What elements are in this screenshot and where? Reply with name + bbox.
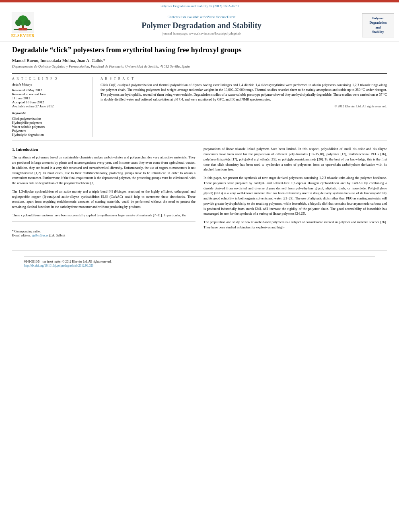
article-content: Degradable “click” polyesters from eryth… (0, 41, 399, 272)
elsevier-logo: ELSEVIER (5, 12, 41, 38)
keywords-label: Keywords: (12, 111, 88, 115)
email-person: (J.A. Galbis). (49, 234, 65, 237)
keyword-2: Hydrophilic polymers (12, 121, 88, 125)
article-history-group: Article history: Received 9 May 2012 Rec… (12, 83, 88, 108)
journal-ref-line: Polymer Degradation and Stability 97 (20… (0, 2, 399, 9)
email-label: E-mail address: (12, 234, 31, 237)
keyword-5: Hydrolytic degradation (12, 133, 88, 137)
email-link[interactable]: jgalbis@us.es (32, 234, 49, 237)
sciverse-link[interactable]: SciVerse ScienceDirect (204, 15, 236, 19)
abstract-text: Click Cu(I)-catalysed polymerization and… (101, 83, 387, 102)
intro-para-3: These cycloaddition reactions have been … (12, 213, 195, 218)
keyword-1: Click polymerization (12, 117, 88, 121)
available-date: Available online 27 June 2012 (12, 104, 88, 108)
journal-logo-right: PolymerDegradationandStability (362, 13, 394, 37)
doi-link: http://dx.doi.org/10.1016/j.polymdegrads… (24, 264, 375, 268)
body-left-col: 1. Introduction The synthesis of polymer… (12, 146, 195, 238)
right-para-1: preparations of linear triazole-linked p… (204, 146, 387, 172)
body-section: 1. Introduction The synthesis of polymer… (12, 146, 387, 238)
journal-title: Polymer Degradation and Stability (45, 21, 358, 30)
footnote-area: * Corresponding author. E-mail address: … (12, 221, 195, 238)
elsevier-tree-icon (11, 12, 35, 33)
article-title: Degradable “click” polyesters from eryth… (12, 45, 387, 55)
article-authors: Manuel Bueno, Inmaculada Molina, Juan A.… (12, 58, 387, 63)
intro-para-1: The synthesis of polymers based on susta… (12, 155, 195, 186)
intro-section-title: 1. Introduction (12, 146, 195, 152)
accepted-date: Accepted 18 June 2012 (12, 100, 88, 104)
header-middle: Contents lists available at SciVerse Sci… (45, 15, 358, 35)
email-note: E-mail address: jgalbis@us.es (J.A. Galb… (12, 234, 195, 238)
two-col-section: A R T I C L E I N F O Article history: R… (12, 73, 387, 140)
article-affiliation: Departamento de Química Orgánica y Farma… (12, 64, 387, 68)
svg-point-5 (24, 19, 31, 26)
journal-logo-text: PolymerDegradationandStability (370, 16, 387, 34)
right-para-2: In this paper, we present the synthesis … (204, 175, 387, 216)
doi-url[interactable]: http://dx.doi.org/10.1016/j.polymdegrads… (24, 264, 93, 267)
intro-title: Introduction (16, 147, 38, 152)
footer-section: 0141-3910/$ – see front matter © 2012 El… (12, 250, 387, 268)
journal-ref-text: Polymer Degradation and Stability 97 (20… (160, 4, 239, 8)
body-right-col: preparations of linear triazole-linked p… (204, 146, 387, 238)
keywords-section: Keywords: Click polymerization Hydrophil… (12, 111, 88, 137)
abstract-header: A B S T R A C T (101, 77, 387, 80)
received-date: Received 9 May 2012 (12, 88, 88, 92)
right-para-3: The preparation and study of new triazol… (204, 220, 387, 230)
corresponding-author-note: * Corresponding author. (12, 230, 195, 234)
journal-homepage: journal homepage: www.elsevier.com/locat… (45, 31, 358, 35)
svg-point-4 (15, 19, 22, 26)
intro-para-2: The 1,3-dipolar cycloaddition of an azid… (12, 189, 195, 210)
header-section: ELSEVIER Contents lists available at Sci… (0, 9, 399, 41)
elsevier-label: ELSEVIER (11, 33, 35, 38)
keyword-3: Water-soluble polymers (12, 125, 88, 129)
footer-divider (24, 256, 375, 257)
received-revised: Received in revised form11 June 2012 (12, 92, 88, 100)
abstract-copyright: © 2012 Elsevier Ltd. All rights reserved… (101, 105, 387, 108)
history-label: Article history: (12, 83, 88, 86)
article-info-col: A R T I C L E I N F O Article history: R… (12, 77, 93, 137)
article-info-header: A R T I C L E I N F O (12, 77, 88, 80)
page-wrapper: Polymer Degradation and Stability 97 (20… (0, 0, 399, 532)
keyword-4: Polyesters (12, 129, 88, 133)
intro-number: 1. (12, 147, 15, 152)
copyright-bottom: 0141-3910/$ – see front matter © 2012 El… (24, 260, 375, 264)
abstract-col: A B S T R A C T Click Cu(I)-catalysed po… (101, 77, 387, 137)
sciverse-text: Contents lists available at SciVerse Sci… (45, 15, 358, 19)
corresponding-label: * Corresponding author. (12, 230, 41, 233)
